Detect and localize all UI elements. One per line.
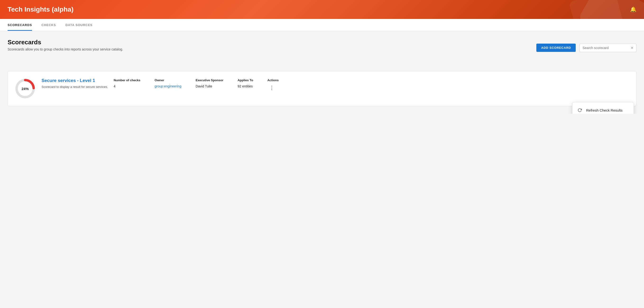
nav-tabs: SCORECARDS CHECKS DATA SOURCES — [0, 19, 644, 31]
page-title: Scorecards — [8, 39, 123, 46]
scorecard-name[interactable]: Secure services - Level 1 — [42, 78, 108, 83]
refresh-icon — [577, 108, 582, 113]
owner-col: Owner group:engineering — [154, 78, 182, 88]
dropdown-refresh-label: Refresh Check Results — [586, 108, 622, 112]
exec-sponsor-col: Executive Sponsor David Tuite — [196, 78, 223, 88]
dropdown-menu: Refresh Check Results Edit — [572, 102, 634, 114]
num-checks-value: 4 — [114, 84, 140, 88]
scorecard-description: Scorecard to display a result for secure… — [42, 85, 108, 89]
three-dots-button[interactable]: ⋮ — [267, 84, 276, 91]
app-title: Tech Insights (alpha) — [8, 6, 74, 13]
applies-to-col: Applies To 92 entities — [238, 78, 253, 88]
toolbar: ADD SCORECARD × — [536, 44, 636, 52]
add-scorecard-button[interactable]: ADD SCORECARD — [536, 44, 576, 52]
tab-scorecards[interactable]: SCORECARDS — [8, 19, 32, 31]
actions-col: Actions ⋮ — [267, 78, 278, 91]
title-block: Scorecards Scorecards allow you to group… — [8, 39, 123, 57]
toolbar-row: Scorecards Scorecards allow you to group… — [8, 39, 636, 57]
scorecard-card: 24% Secure services - Level 1 Scorecard … — [8, 71, 636, 106]
donut-label: 24% — [22, 87, 29, 91]
search-input[interactable] — [582, 46, 629, 50]
card-meta: Number of checks 4 Owner group:engineeri… — [114, 78, 630, 91]
page-subtitle: Scorecards allow you to group checks int… — [8, 47, 123, 51]
exec-sponsor-value: David Tuite — [196, 84, 223, 88]
card-info: Secure services - Level 1 Scorecard to d… — [42, 78, 108, 89]
app-header: Tech Insights (alpha) 🔔 — [0, 0, 644, 19]
tab-data-sources[interactable]: DATA SOURCES — [66, 19, 92, 31]
bell-icon[interactable]: 🔔 — [630, 6, 636, 12]
exec-sponsor-label: Executive Sponsor — [196, 78, 223, 82]
num-checks-label: Number of checks — [114, 78, 140, 82]
owner-label: Owner — [154, 78, 182, 82]
actions-label: Actions — [267, 78, 278, 82]
applies-to-label: Applies To — [238, 78, 253, 82]
search-wrap: × — [580, 44, 636, 52]
owner-value[interactable]: group:engineering — [154, 84, 182, 88]
donut-chart: 24% — [14, 78, 36, 99]
main-content: Scorecards Scorecards allow you to group… — [0, 31, 644, 114]
search-clear-icon[interactable]: × — [631, 46, 633, 50]
tab-checks[interactable]: CHECKS — [42, 19, 56, 31]
applies-to-value: 92 entities — [238, 84, 253, 88]
dropdown-item-refresh[interactable]: Refresh Check Results — [572, 104, 634, 114]
num-checks-col: Number of checks 4 — [114, 78, 140, 88]
